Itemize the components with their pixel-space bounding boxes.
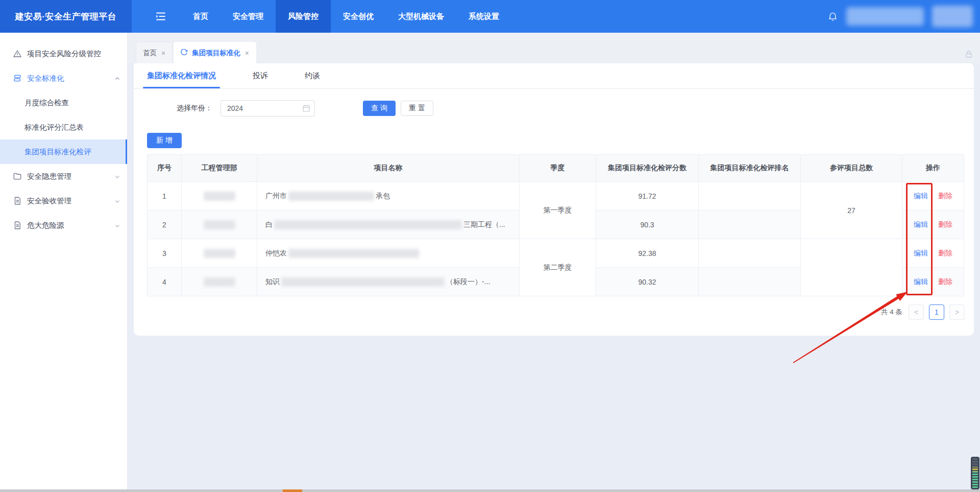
redacted-dept bbox=[204, 220, 235, 229]
notification-bell-icon[interactable] bbox=[827, 11, 838, 22]
year-input[interactable] bbox=[220, 100, 315, 116]
sidebar-item-label: 安全隐患管理 bbox=[27, 172, 71, 181]
collapse-sidebar-icon[interactable] bbox=[154, 10, 167, 23]
rank-cell bbox=[699, 268, 801, 296]
bottom-edge-strip bbox=[0, 489, 980, 492]
sidebar-item-score-summary[interactable]: 标准化评分汇总表 bbox=[0, 115, 127, 139]
annotation-arrow bbox=[786, 286, 919, 368]
pagination-page-1[interactable]: 1 bbox=[929, 304, 944, 320]
project-name-cell: 广州市 承包 bbox=[257, 182, 520, 210]
tabs-view-bar: 首页 × 集团项目标准化 × bbox=[128, 33, 980, 63]
chevron-down-icon bbox=[114, 173, 120, 179]
sidebar-item-label: 危大危险源 bbox=[27, 221, 64, 230]
page-tab-label: 集团项目标准化 bbox=[192, 49, 240, 58]
redacted-dept bbox=[204, 277, 235, 287]
col-header-project: 项目名称 bbox=[257, 155, 520, 182]
review-table: 序号 工程管理部 项目名称 季度 集团项目标准化检评分数 集团项目标准化检评排名… bbox=[147, 154, 964, 296]
rank-cell bbox=[699, 239, 801, 268]
tab-interviews[interactable]: 约谈 bbox=[305, 63, 320, 88]
row-no: 4 bbox=[148, 268, 182, 296]
close-icon[interactable]: × bbox=[161, 49, 165, 57]
lock-icon[interactable] bbox=[965, 50, 973, 58]
sidebar-item-label: 安全标准化 bbox=[27, 74, 64, 83]
sidebar-item-label: 安全验收管理 bbox=[27, 196, 71, 206]
col-header-rank: 集团项目标准化检评排名 bbox=[699, 155, 801, 182]
redacted-project-name bbox=[288, 249, 419, 258]
project-name-cell: 白 三期工程（... bbox=[257, 210, 520, 239]
top-nav: 首页 安全管理 风险管控 安全创优 大型机械设备 系统设置 bbox=[181, 0, 511, 33]
dept-cell bbox=[182, 239, 257, 268]
tab-review-status[interactable]: 集团标准化检评情况 bbox=[147, 63, 216, 88]
chevron-up-icon bbox=[114, 75, 120, 81]
year-select bbox=[220, 100, 315, 116]
page-tab-home[interactable]: 首页 × bbox=[136, 42, 173, 63]
page-tab-group-standardization[interactable]: 集团项目标准化 × bbox=[174, 42, 256, 63]
sidebar-item-hidden-danger[interactable]: 安全隐患管理 bbox=[0, 164, 127, 189]
sidebar-item-major-hazard[interactable]: 危大危险源 bbox=[0, 213, 127, 238]
nav-item-safety-management[interactable]: 安全管理 bbox=[220, 0, 276, 33]
reset-button[interactable]: 重 置 bbox=[401, 101, 433, 116]
close-icon[interactable]: × bbox=[245, 49, 249, 57]
redacted-dept bbox=[204, 192, 235, 201]
col-header-total: 参评项目总数 bbox=[801, 155, 902, 182]
delete-link[interactable]: 删除 bbox=[938, 249, 952, 258]
quarter-cell: 第二季度 bbox=[520, 239, 596, 296]
filter-row: 选择年份： 查 询 重 置 bbox=[147, 100, 433, 116]
tab-complaints[interactable]: 投诉 bbox=[253, 63, 268, 88]
score-cell: 91.72 bbox=[596, 182, 699, 210]
year-select-label: 选择年份： bbox=[177, 104, 212, 113]
sidebar-item-safety-standardization[interactable]: 安全标准化 bbox=[0, 66, 127, 90]
delete-link[interactable]: 删除 bbox=[938, 277, 952, 287]
total-projects-cell: 27 bbox=[801, 182, 902, 239]
stack-icon bbox=[13, 74, 22, 83]
project-name-cell: 知识 （标段一）-... bbox=[257, 268, 520, 296]
warning-triangle-icon bbox=[13, 49, 22, 58]
sidebar-item-label: 标准化评分汇总表 bbox=[24, 123, 84, 132]
redacted-dept bbox=[204, 249, 235, 258]
col-header-no: 序号 bbox=[148, 155, 182, 182]
sidebar-item-risk-grading[interactable]: 项目安全风险分级管控 bbox=[0, 41, 127, 66]
nav-item-safety-excellence[interactable]: 安全创优 bbox=[331, 0, 386, 33]
screen: 建安易·安全生产管理平台 首页 安全管理 风险管控 安全创优 大型机械设备 系统… bbox=[0, 0, 980, 492]
delete-link[interactable]: 删除 bbox=[938, 192, 952, 201]
redacted-project-name bbox=[274, 220, 462, 229]
sidebar: 项目安全风险分级管控 安全标准化 月度综合检查 标准化评分汇总表 集团项目标准化… bbox=[0, 33, 128, 489]
content-tabs: 集团标准化检评情况 投诉 约谈 bbox=[134, 63, 974, 89]
chevron-down-icon bbox=[114, 222, 120, 228]
nav-item-large-machinery[interactable]: 大型机械设备 bbox=[386, 0, 456, 33]
sidebar-item-monthly-inspection[interactable]: 月度综合检查 bbox=[0, 90, 127, 115]
col-header-actions: 操作 bbox=[902, 155, 964, 182]
search-button[interactable]: 查 询 bbox=[363, 101, 396, 116]
dept-cell bbox=[182, 182, 257, 210]
score-cell: 90.3 bbox=[596, 210, 699, 239]
quarter-cell: 第一季度 bbox=[520, 182, 596, 239]
extension-meter-widget[interactable] bbox=[971, 457, 979, 489]
app-logo: 建安易·安全生产管理平台 bbox=[0, 0, 132, 33]
nav-item-system-settings[interactable]: 系统设置 bbox=[456, 0, 511, 33]
delete-link[interactable]: 删除 bbox=[938, 220, 952, 229]
sidebar-item-safety-acceptance[interactable]: 安全验收管理 bbox=[0, 189, 127, 213]
folder-icon bbox=[13, 172, 22, 181]
col-header-quarter: 季度 bbox=[520, 155, 596, 182]
pagination-next-button[interactable]: > bbox=[949, 304, 965, 320]
chevron-down-icon bbox=[114, 198, 120, 204]
nav-item-risk-control[interactable]: 风险管控 bbox=[276, 0, 331, 33]
document-icon bbox=[13, 221, 22, 230]
bottom-strip-orange-segment bbox=[283, 489, 302, 492]
row-no: 3 bbox=[148, 239, 182, 268]
app-header: 建安易·安全生产管理平台 首页 安全管理 风险管控 安全创优 大型机械设备 系统… bbox=[0, 0, 980, 33]
sidebar-item-label: 月度综合检查 bbox=[24, 98, 69, 108]
row-no: 2 bbox=[148, 210, 182, 239]
nav-item-home[interactable]: 首页 bbox=[181, 0, 220, 33]
redacted-username bbox=[846, 7, 924, 26]
row-no: 1 bbox=[148, 182, 182, 210]
rank-cell bbox=[699, 210, 801, 239]
calendar-icon[interactable] bbox=[302, 104, 310, 112]
sidebar-item-group-project-review[interactable]: 集团项目标准化检评 bbox=[0, 139, 127, 164]
refresh-icon[interactable] bbox=[181, 49, 188, 57]
add-button[interactable]: 新 增 bbox=[147, 133, 182, 148]
score-cell: 92.38 bbox=[596, 239, 699, 268]
col-header-dept: 工程管理部 bbox=[182, 155, 257, 182]
sidebar-item-label: 集团项目标准化检评 bbox=[24, 147, 91, 157]
annotation-red-box bbox=[906, 183, 933, 295]
